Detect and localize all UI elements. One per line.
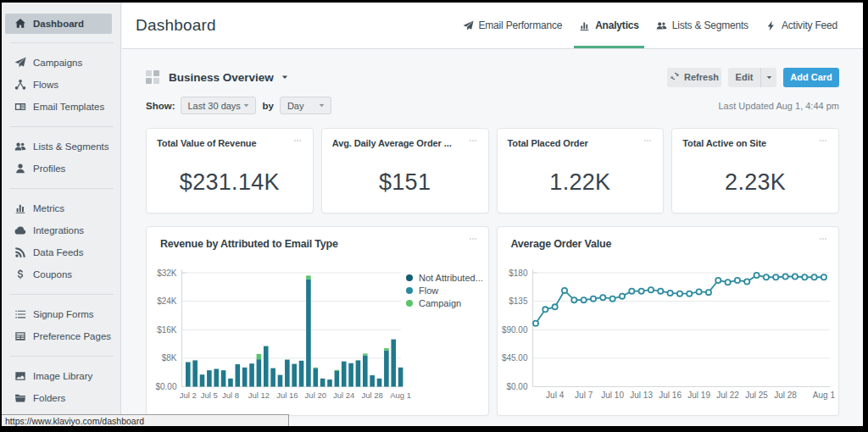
sidebar-item-email-templates[interactable]: Email Templates bbox=[2, 96, 120, 118]
line-point[interactable] bbox=[638, 289, 643, 294]
bar-segment-campaign[interactable] bbox=[257, 354, 262, 359]
tab-activity-feed[interactable]: Activity Feed bbox=[757, 3, 846, 48]
bar-segment[interactable] bbox=[221, 370, 226, 386]
line-point[interactable] bbox=[676, 291, 682, 296]
line-point[interactable] bbox=[600, 295, 605, 300]
line-point[interactable] bbox=[773, 274, 778, 280]
sidebar-item-coupons[interactable]: Coupons bbox=[2, 263, 120, 285]
line-point[interactable] bbox=[561, 288, 566, 293]
bar-segment[interactable] bbox=[249, 363, 254, 386]
line-point[interactable] bbox=[571, 297, 576, 302]
line-point[interactable] bbox=[542, 307, 548, 312]
line-point[interactable] bbox=[629, 289, 634, 294]
bar-segment[interactable] bbox=[335, 371, 340, 386]
bar-segment[interactable] bbox=[278, 375, 283, 387]
bar-segment[interactable] bbox=[200, 374, 205, 386]
bar-segment[interactable] bbox=[342, 362, 347, 387]
bar-segment[interactable] bbox=[313, 368, 318, 386]
card-menu-dots-icon[interactable] bbox=[817, 137, 829, 144]
line-point[interactable] bbox=[821, 274, 826, 280]
sidebar-item-lists-segments[interactable]: Lists & Segments bbox=[2, 136, 120, 158]
bar-segment[interactable] bbox=[327, 379, 332, 386]
line-point[interactable] bbox=[763, 274, 768, 280]
line-point[interactable] bbox=[532, 321, 537, 326]
bar-segment[interactable] bbox=[264, 346, 269, 387]
legend-item[interactable]: Campaign bbox=[406, 297, 483, 308]
line-point[interactable] bbox=[590, 296, 595, 302]
sidebar-item-metrics[interactable]: Metrics bbox=[2, 197, 120, 219]
bar-segment[interactable] bbox=[299, 361, 304, 387]
bar-segment[interactable] bbox=[363, 356, 368, 387]
line-point[interactable] bbox=[725, 280, 730, 285]
bar-segment-campaign[interactable] bbox=[363, 353, 368, 355]
sidebar-item-preference-pages[interactable]: Preference Pages bbox=[2, 325, 120, 347]
bar-segment[interactable] bbox=[391, 340, 396, 387]
sidebar-item-image-library[interactable]: Image Library bbox=[2, 365, 120, 387]
sidebar-item-campaigns[interactable]: Campaigns bbox=[2, 52, 120, 74]
date-range-select[interactable]: Last 30 days bbox=[181, 97, 256, 114]
sidebar-item-flows[interactable]: Flows bbox=[2, 74, 120, 96]
sidebar-item-integrations[interactable]: Integrations bbox=[2, 219, 120, 241]
line-point[interactable] bbox=[687, 291, 692, 296]
bar-segment[interactable] bbox=[236, 364, 241, 386]
bar-segment[interactable] bbox=[270, 368, 275, 387]
bar-segment-campaign[interactable] bbox=[313, 368, 318, 368]
bar-segment[interactable] bbox=[384, 351, 389, 387]
sidebar-item-dashboard[interactable]: Dashboard bbox=[5, 14, 112, 34]
board-name-dropdown-label[interactable]: Business Overview bbox=[169, 71, 274, 84]
line-point[interactable] bbox=[734, 278, 739, 283]
sidebar-item-profiles[interactable]: Profiles bbox=[2, 158, 120, 180]
bar-segment-campaign[interactable] bbox=[335, 370, 340, 371]
line-point[interactable] bbox=[715, 278, 721, 283]
bar-segment-campaign[interactable] bbox=[384, 348, 389, 351]
card-menu-dots-icon[interactable] bbox=[642, 137, 654, 144]
sidebar-item-folders[interactable]: Folders bbox=[2, 387, 120, 409]
bar-segment[interactable] bbox=[228, 379, 233, 387]
edit-caret-down-icon[interactable] bbox=[760, 68, 776, 87]
line-point[interactable] bbox=[609, 296, 615, 302]
sidebar-item-data-feeds[interactable]: Data Feeds bbox=[2, 241, 120, 263]
line-point[interactable] bbox=[696, 289, 701, 294]
bar-segment[interactable] bbox=[207, 370, 212, 386]
refresh-button[interactable]: Refresh bbox=[667, 68, 721, 87]
line-point[interactable] bbox=[811, 274, 816, 280]
add-card-button[interactable]: Add Card bbox=[783, 68, 839, 87]
bar-segment[interactable] bbox=[320, 379, 326, 387]
line-point[interactable] bbox=[552, 304, 557, 309]
bar-segment[interactable] bbox=[398, 368, 403, 387]
bar-segment[interactable] bbox=[292, 364, 297, 387]
bar-segment[interactable] bbox=[370, 375, 375, 386]
bar-segment[interactable] bbox=[356, 360, 361, 386]
tab-email-performance[interactable]: Email Performance bbox=[454, 3, 571, 48]
line-point[interactable] bbox=[619, 294, 624, 299]
line-point[interactable] bbox=[792, 274, 797, 279]
card-menu-dots-icon[interactable] bbox=[292, 137, 303, 144]
legend-item[interactable]: Not Attributed... bbox=[406, 272, 483, 283]
bar-segment-campaign[interactable] bbox=[306, 275, 311, 279]
line-point[interactable] bbox=[658, 289, 663, 294]
bar-segment[interactable] bbox=[377, 379, 382, 387]
line-point[interactable] bbox=[581, 297, 586, 302]
bar-segment[interactable] bbox=[285, 360, 290, 387]
tab-analytics[interactable]: Analytics bbox=[570, 3, 648, 48]
bar-segment[interactable] bbox=[306, 280, 311, 387]
line-point[interactable] bbox=[782, 274, 787, 279]
legend-item[interactable]: Flow bbox=[406, 285, 483, 296]
line-point[interactable] bbox=[754, 273, 759, 278]
card-menu-dots-icon[interactable] bbox=[467, 137, 479, 144]
line-point[interactable] bbox=[744, 279, 749, 284]
tab-lists-segments[interactable]: Lists & Segments bbox=[648, 3, 757, 48]
bar-segment[interactable] bbox=[214, 368, 219, 386]
edit-button[interactable]: Edit bbox=[728, 72, 760, 82]
bar-segment[interactable] bbox=[257, 359, 262, 386]
interval-select[interactable]: Day bbox=[280, 97, 331, 114]
board-caret-down-icon[interactable] bbox=[281, 69, 289, 85]
line-point[interactable] bbox=[705, 290, 710, 295]
bar-segment[interactable] bbox=[348, 363, 353, 387]
bar-segment[interactable] bbox=[242, 368, 248, 387]
line-point[interactable] bbox=[802, 274, 807, 280]
line-point[interactable] bbox=[667, 291, 672, 296]
bar-segment[interactable] bbox=[186, 362, 191, 386]
line-point[interactable] bbox=[648, 287, 653, 292]
bar-segment[interactable] bbox=[192, 360, 198, 386]
